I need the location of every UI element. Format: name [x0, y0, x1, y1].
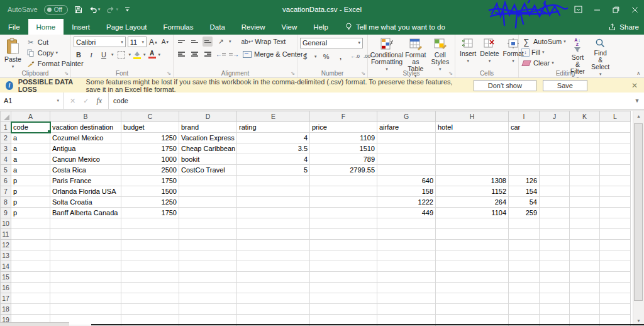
- cell-I2[interactable]: [509, 133, 540, 143]
- cell-A13[interactable]: [11, 250, 50, 261]
- tab-formulas[interactable]: Formulas: [155, 19, 202, 35]
- cell-H17[interactable]: [436, 293, 509, 304]
- cell-G8[interactable]: 1222: [377, 197, 436, 208]
- cell-D7[interactable]: [179, 186, 237, 197]
- cell-G19[interactable]: [377, 315, 436, 325]
- cell-F9[interactable]: [310, 208, 377, 218]
- cell-G17[interactable]: [377, 293, 436, 304]
- cell-H2[interactable]: [436, 133, 509, 143]
- shrink-font-icon[interactable]: A▼: [160, 37, 170, 47]
- cell-D14[interactable]: [179, 261, 237, 272]
- cell-K19[interactable]: [570, 315, 600, 325]
- redo-dropdown-icon[interactable]: ▾: [116, 7, 118, 12]
- cell-D19[interactable]: [179, 315, 237, 325]
- delete-cells-button[interactable]: Delete ▾: [478, 37, 501, 65]
- cell-E14[interactable]: [237, 261, 310, 272]
- cell-G16[interactable]: [377, 283, 436, 293]
- cell-I6[interactable]: 126: [509, 176, 540, 186]
- alignment-dialog-launcher-icon[interactable]: ⇘: [291, 70, 295, 76]
- cell-E2[interactable]: 4: [237, 133, 310, 143]
- cell-L7[interactable]: [600, 186, 631, 197]
- cell-L3[interactable]: [600, 143, 631, 154]
- cell-G2[interactable]: [377, 133, 436, 143]
- cell-E16[interactable]: [237, 283, 310, 293]
- cell-C7[interactable]: 1500: [121, 186, 179, 197]
- cell-L14[interactable]: [600, 261, 631, 272]
- cell-C1[interactable]: budget: [121, 122, 179, 133]
- cell-F18[interactable]: [310, 304, 377, 315]
- tab-view[interactable]: View: [274, 19, 306, 35]
- cell-E5[interactable]: 5: [237, 165, 310, 176]
- cell-E18[interactable]: [237, 304, 310, 315]
- align-bottom-icon[interactable]: [203, 37, 213, 47]
- cell-I10[interactable]: [509, 218, 540, 229]
- cell-J7[interactable]: [540, 186, 570, 197]
- row-header-5[interactable]: 5: [1, 165, 11, 176]
- cell-J14[interactable]: [540, 261, 570, 272]
- row-header-7[interactable]: 7: [1, 186, 11, 197]
- cell-D15[interactable]: [179, 272, 237, 283]
- cell-G7[interactable]: 158: [377, 186, 436, 197]
- cell-L17[interactable]: [600, 293, 631, 304]
- cell-H18[interactable]: [436, 304, 509, 315]
- cell-C16[interactable]: [121, 283, 179, 293]
- cell-C15[interactable]: [121, 272, 179, 283]
- cell-D11[interactable]: [179, 229, 237, 240]
- cell-E4[interactable]: 4: [237, 154, 310, 165]
- cell-K7[interactable]: [570, 186, 600, 197]
- cell-G15[interactable]: [377, 272, 436, 283]
- cancel-entry-icon[interactable]: ✕: [70, 97, 75, 105]
- cell-L16[interactable]: [600, 283, 631, 293]
- cell-H9[interactable]: 1104: [436, 208, 509, 218]
- column-header-D[interactable]: D: [179, 111, 237, 122]
- cell-A9[interactable]: p: [11, 208, 50, 218]
- cell-H11[interactable]: [436, 229, 509, 240]
- cell-F5[interactable]: 2799.55: [310, 165, 377, 176]
- row-header-10[interactable]: 10: [1, 218, 11, 229]
- cell-K16[interactable]: [570, 283, 600, 293]
- cell-K2[interactable]: [570, 133, 600, 143]
- font-color-dropdown-icon[interactable]: ▾: [158, 52, 161, 57]
- cell-L18[interactable]: [600, 304, 631, 315]
- cell-E12[interactable]: [237, 240, 310, 250]
- delete-dropdown-icon[interactable]: ▾: [489, 57, 491, 64]
- cell-E9[interactable]: [237, 208, 310, 218]
- cell-F7[interactable]: [310, 186, 377, 197]
- cell-G9[interactable]: 449: [377, 208, 436, 218]
- row-header-9[interactable]: 9: [1, 208, 11, 218]
- cell-B13[interactable]: [50, 250, 121, 261]
- cell-D9[interactable]: [179, 208, 237, 218]
- row-header-6[interactable]: 6: [1, 176, 11, 186]
- cell-J4[interactable]: [540, 154, 570, 165]
- minimize-icon[interactable]: [587, 0, 606, 19]
- copy-dropdown-icon[interactable]: ▾: [56, 50, 58, 55]
- cell-J8[interactable]: [540, 197, 570, 208]
- cell-D13[interactable]: [179, 250, 237, 261]
- collapse-ribbon-icon[interactable]: ∧: [636, 70, 640, 76]
- cell-F14[interactable]: [310, 261, 377, 272]
- cell-L6[interactable]: [600, 176, 631, 186]
- customize-qat-icon[interactable]: [125, 6, 130, 13]
- row-header-2[interactable]: 2: [1, 133, 11, 143]
- cell-F13[interactable]: [310, 250, 377, 261]
- cell-B8[interactable]: Solta Croatia: [50, 197, 121, 208]
- cell-J5[interactable]: [540, 165, 570, 176]
- expand-formula-bar-icon[interactable]: ▼: [630, 93, 644, 109]
- cell-K13[interactable]: [570, 250, 600, 261]
- bold-button[interactable]: B: [74, 50, 84, 60]
- cell-A2[interactable]: a: [11, 133, 50, 143]
- grow-font-icon[interactable]: A▲: [148, 37, 158, 47]
- cell-J2[interactable]: [540, 133, 570, 143]
- cell-G5[interactable]: [377, 165, 436, 176]
- tab-file[interactable]: File: [0, 19, 28, 35]
- cell-J18[interactable]: [540, 304, 570, 315]
- cell-C10[interactable]: [121, 218, 179, 229]
- cell-B4[interactable]: Cancun Mexico: [50, 154, 121, 165]
- close-icon[interactable]: [625, 0, 644, 19]
- align-right-icon[interactable]: [203, 49, 213, 59]
- styles-dialog-launcher-icon[interactable]: ⇘: [448, 70, 453, 76]
- cell-A16[interactable]: [11, 283, 50, 293]
- cell-H4[interactable]: [436, 154, 509, 165]
- cell-L11[interactable]: [600, 229, 631, 240]
- cell-E17[interactable]: [237, 293, 310, 304]
